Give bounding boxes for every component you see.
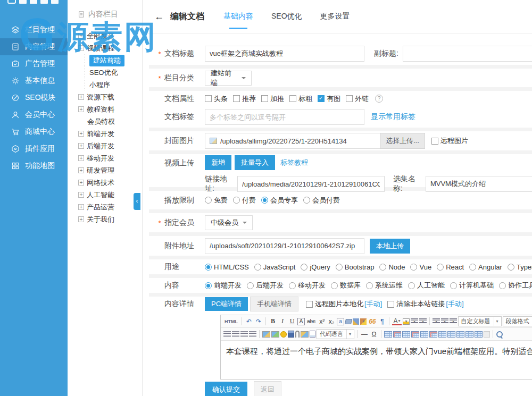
autotypeset-icon[interactable]: ▾ [360, 318, 367, 325]
manual-link[interactable]: [手动] [364, 299, 382, 309]
tree-item[interactable]: + 网络技术 [68, 176, 142, 189]
content-radio[interactable]: 前端开发 [205, 281, 242, 290]
print-icon[interactable] [484, 331, 490, 338]
return-button[interactable]: 返回 [254, 381, 281, 396]
font-color-icon[interactable]: A▾ [392, 317, 401, 325]
editor-content-area[interactable]: 本套课程，将通过一个电子商城的实战案例，带领大家入门vue前端框架应用。特别适合… [221, 341, 532, 379]
insert-table-icon[interactable] [384, 331, 392, 338]
special-char-icon[interactable]: Ω [370, 329, 378, 340]
align-left-icon[interactable] [223, 331, 231, 337]
content-radio[interactable]: 数据库 [331, 281, 361, 290]
tab-basic-content[interactable]: 基础内容 [222, 10, 254, 23]
play-member-paid-radio[interactable]: 会员付费 [303, 196, 340, 205]
sidebar-item-basic-info[interactable]: 基本信息 [0, 72, 68, 89]
eraser-icon[interactable] [345, 319, 352, 324]
show-common-tags-link[interactable]: 显示常用标签 [371, 112, 415, 122]
scrawl-icon[interactable] [301, 331, 309, 338]
remote-image-checkbox[interactable]: 远程图片 [431, 136, 468, 146]
doc-tags-input[interactable] [205, 109, 364, 125]
tree-item[interactable]: + 前端开发 [68, 128, 142, 140]
font-border-icon[interactable]: A [297, 318, 305, 325]
tree-expander-icon[interactable]: + [78, 155, 84, 161]
play-paid-radio[interactable]: 付费 [233, 196, 256, 205]
toolbar-separator[interactable] [265, 317, 266, 325]
attr-recommend-checkbox[interactable]: 推荐 [233, 94, 256, 104]
tree-item[interactable]: + 后端开发 [68, 140, 142, 152]
content-radio[interactable]: 系统运维 [366, 281, 403, 290]
back-arrow-icon[interactable]: ← [154, 11, 164, 22]
usage-radio[interactable]: jQuery [301, 263, 330, 271]
sidebar-collapse-handle[interactable]: ‹ [134, 193, 140, 210]
sidebar-item-content[interactable]: 内容管理 [0, 38, 68, 55]
tree-expander-icon[interactable]: + [78, 33, 84, 39]
table-props-icon[interactable] [466, 331, 473, 338]
blockquote-icon[interactable]: 66 [368, 316, 377, 327]
redo-icon[interactable]: ↷ [254, 316, 263, 327]
usage-radio[interactable]: Typescript [508, 263, 532, 271]
attachment-icon[interactable] [295, 331, 300, 338]
content-radio[interactable]: 后端开发 [247, 281, 284, 290]
italic-icon[interactable]: I [278, 316, 287, 327]
insert-row-icon[interactable] [420, 331, 428, 338]
code-language-select[interactable]: 代码语言▾ [317, 329, 354, 339]
sidebar-item-ads[interactable]: 广告管理 [0, 55, 68, 72]
tree-item[interactable]: 会员特权 [68, 115, 142, 128]
tree-expander-icon[interactable]: + [78, 204, 84, 210]
usage-radio[interactable]: HTML/CSS [205, 263, 249, 271]
play-member-only-radio[interactable]: 会员专享 [261, 196, 298, 205]
highlight-icon[interactable]: ▾ [403, 318, 410, 325]
tab-more-settings[interactable]: 更多设置 [319, 10, 351, 23]
tree-item-video-course[interactable]: − 视频课程 [68, 42, 142, 54]
confirm-submit-button[interactable]: 确认提交 [205, 382, 247, 396]
toolbar-separator[interactable] [242, 317, 242, 325]
category-select[interactable]: 建站前端 [205, 71, 252, 86]
tag-tutorial-link[interactable]: 标签教程 [280, 158, 308, 167]
bold-icon[interactable]: B [269, 316, 277, 327]
outdent-icon[interactable]: ▾ [441, 318, 448, 324]
tree-item[interactable]: + 人工智能 [68, 189, 142, 201]
strikethrough-icon[interactable]: abc [306, 316, 317, 327]
attr-bold-checkbox[interactable]: 标粗 [289, 94, 312, 104]
tree-expander-icon[interactable]: + [78, 94, 84, 100]
tree-item[interactable]: + 关于我们 [68, 213, 142, 225]
tree-item[interactable]: + 移动开发 [68, 152, 142, 164]
sidebar-item-function-map[interactable]: 功能地图 [0, 157, 68, 174]
member-level-select[interactable]: 中级会员 [205, 215, 253, 230]
usage-radio[interactable]: Node [379, 263, 405, 271]
clear-external-links-checkbox[interactable]: 清除非本站链接 [387, 299, 445, 309]
choose-upload-button[interactable]: 选择上传... [380, 133, 425, 149]
tree-item[interactable]: 小程序 [68, 79, 142, 91]
tree-item[interactable]: + 教程资料 [68, 103, 142, 115]
tree-item[interactable]: + 产品运营 [68, 201, 142, 213]
tree-item[interactable]: + 资源下载 [68, 91, 142, 103]
align-justify-icon[interactable] [249, 331, 256, 337]
align-center-icon[interactable] [232, 331, 239, 337]
localize-remote-images-checkbox[interactable]: 远程图片本地化 [306, 299, 363, 309]
content-radio[interactable]: 协作工具 [499, 281, 532, 290]
insert-col-icon[interactable] [429, 331, 437, 338]
line-height-icon[interactable]: ▾ [450, 318, 457, 324]
attr-external-link-checkbox[interactable]: 外链 [346, 94, 369, 104]
ordered-list-icon[interactable]: ▾ [411, 318, 418, 324]
attr-headline-checkbox[interactable]: 头条 [205, 94, 228, 104]
delete-row-icon[interactable] [438, 331, 446, 338]
paragraph-select[interactable]: 段落格式▾ [503, 316, 532, 326]
subtitle-input[interactable] [403, 46, 532, 62]
content-radio[interactable]: 移动开发 [289, 281, 326, 290]
video-url-input[interactable] [237, 176, 385, 192]
format-brush-icon[interactable] [353, 318, 359, 325]
tree-expander-icon[interactable]: + [78, 180, 84, 186]
play-free-radio[interactable]: 免费 [205, 196, 228, 205]
toolbar-separator[interactable] [357, 330, 358, 338]
tree-expander-icon[interactable]: + [78, 192, 84, 198]
horizontal-rule-icon[interactable]: — [360, 329, 369, 340]
tree-expand-all[interactable]: + 全部展开 [68, 30, 142, 42]
indent-icon[interactable]: ▾ [433, 318, 440, 324]
search-replace-icon[interactable] [496, 331, 503, 338]
attr-boost-checkbox[interactable]: 加推 [261, 94, 284, 104]
cell-props-icon[interactable] [475, 331, 483, 338]
tree-expander-icon[interactable]: + [78, 167, 84, 173]
tree-expander-icon[interactable]: + [78, 131, 84, 137]
pc-detail-tab[interactable]: PC端详情 [205, 297, 248, 311]
sidebar-item-plugins[interactable]: 插件应用 [0, 140, 68, 157]
